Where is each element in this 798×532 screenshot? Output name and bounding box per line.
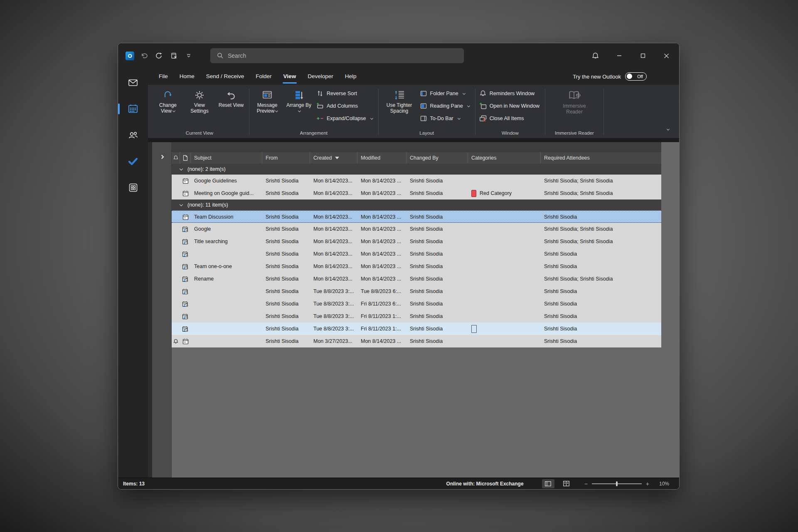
table-row[interactable]: Meeting on Google guid...Srishti Sisodia… bbox=[172, 187, 661, 200]
table-row[interactable]: Srishti SisodiaTue 8/8/2023 3:...Fri 8/1… bbox=[172, 298, 661, 310]
search-box[interactable] bbox=[210, 48, 464, 63]
item-type-cell bbox=[180, 310, 191, 323]
rail-item-mail[interactable] bbox=[125, 76, 141, 90]
notifications-button[interactable] bbox=[584, 43, 607, 68]
send-receive-button[interactable] bbox=[153, 50, 164, 61]
table-row[interactable]: RenameSrishti SisodiaMon 8/14/2023...Mon… bbox=[172, 273, 661, 285]
column-header-from[interactable]: From bbox=[262, 152, 310, 164]
new-outlook-toggle[interactable]: Off bbox=[625, 72, 647, 81]
group-header-row[interactable]: (none): 11 item(s) bbox=[172, 200, 661, 210]
reset-view-button[interactable]: Reset View bbox=[216, 87, 246, 109]
reading-view-button[interactable] bbox=[560, 479, 573, 488]
zoom-in-button[interactable]: + bbox=[646, 480, 649, 487]
column-header-reminder[interactable] bbox=[172, 152, 180, 164]
close-all-items-button[interactable]: Close All Items bbox=[478, 113, 543, 124]
collapse-ribbon-button[interactable] bbox=[663, 126, 672, 132]
column-header-categories[interactable]: Categories bbox=[468, 152, 541, 164]
table-row[interactable]: Srishti SisodiaMon 8/14/2023...Mon 8/14/… bbox=[172, 248, 661, 260]
close-icon bbox=[664, 53, 669, 59]
outlook-app-icon[interactable]: O bbox=[126, 52, 134, 60]
open-in-new-window-button[interactable]: Open in New Window bbox=[478, 101, 543, 111]
use-tighter-spacing-button[interactable]: Use Tighter Spacing bbox=[382, 87, 417, 115]
column-header-subject[interactable]: Subject bbox=[191, 152, 262, 164]
undo-button[interactable] bbox=[138, 50, 149, 61]
tab-folder[interactable]: Folder bbox=[250, 68, 277, 85]
table-row[interactable]: Team DiscussionSrishti SisodiaMon 8/14/2… bbox=[172, 210, 661, 223]
categories-cell bbox=[468, 211, 541, 223]
minimize-button[interactable] bbox=[607, 43, 631, 68]
modified-cell: Mon 8/14/2023 ... bbox=[357, 223, 406, 235]
tab-home[interactable]: Home bbox=[174, 68, 200, 85]
rail-item-calendar[interactable] bbox=[125, 102, 141, 116]
arrange-by-button[interactable]: Arrange By bbox=[284, 87, 314, 115]
calendar-icon bbox=[128, 103, 138, 114]
tab-help[interactable]: Help bbox=[339, 68, 362, 85]
ribbon-divider bbox=[603, 89, 604, 135]
change-view-button[interactable]: Change View bbox=[153, 87, 183, 115]
rail-item-more-apps[interactable] bbox=[125, 180, 141, 195]
mail-icon bbox=[128, 77, 138, 88]
rail-item-people[interactable] bbox=[125, 128, 141, 142]
expand-collapse-button[interactable]: Expand/Collapse bbox=[315, 113, 376, 124]
from-cell: Srishti Sisodia bbox=[262, 235, 310, 248]
column-header-required-attendees[interactable]: Required Attendees bbox=[541, 152, 661, 164]
table-row[interactable]: Srishti SisodiaTue 8/8/2023 3:...Tue 8/8… bbox=[172, 285, 661, 298]
immersive-reader-button[interactable]: Immersive Reader bbox=[557, 87, 592, 116]
rail-item-todo[interactable] bbox=[125, 154, 141, 168]
zoom-level[interactable]: 10% bbox=[655, 481, 669, 487]
reminders-window-button[interactable]: Reminders Window bbox=[478, 88, 543, 99]
delete-button[interactable] bbox=[168, 50, 179, 61]
folder-pane-button[interactable]: Folder Pane bbox=[418, 88, 473, 99]
column-header-modified[interactable]: Modified bbox=[357, 152, 406, 164]
changed-by-cell: Srishti Sisodia bbox=[406, 175, 468, 187]
search-input[interactable] bbox=[228, 52, 444, 59]
categories-cell bbox=[468, 310, 541, 323]
maximize-button[interactable] bbox=[631, 43, 655, 68]
column-header-item-type[interactable] bbox=[180, 152, 191, 164]
subject-cell bbox=[191, 298, 262, 310]
customize-toolbar-button[interactable] bbox=[183, 50, 194, 61]
tab-view[interactable]: View bbox=[278, 68, 302, 85]
todo-bar-button[interactable]: To-Do Bar bbox=[418, 113, 473, 124]
tab-send-receive[interactable]: Send / Receive bbox=[200, 68, 250, 85]
zoom-out-button[interactable]: − bbox=[584, 480, 588, 487]
reverse-sort-button[interactable]: Reverse Sort bbox=[315, 88, 376, 99]
subject-cell bbox=[191, 248, 262, 260]
chevron-down-icon bbox=[186, 53, 191, 58]
subject-cell: Google bbox=[191, 223, 262, 235]
table-row[interactable]: Google GuidelinesSrishti SisodiaMon 8/14… bbox=[172, 175, 661, 187]
normal-view-button[interactable] bbox=[542, 479, 554, 488]
add-columns-button[interactable]: Add Columns bbox=[315, 101, 376, 111]
tab-file[interactable]: File bbox=[153, 68, 174, 85]
toggle-knob bbox=[627, 74, 632, 79]
table-row[interactable]: GoogleSrishti SisodiaMon 8/14/2023...Mon… bbox=[172, 223, 661, 235]
chevron-down-icon bbox=[172, 109, 175, 112]
zoom-slider-thumb[interactable] bbox=[616, 481, 618, 486]
expand-folder-pane-button[interactable] bbox=[156, 151, 167, 162]
message-preview-button[interactable]: Message Preview bbox=[252, 87, 282, 115]
table-row[interactable]: Srishti SisodiaTue 8/8/2023 3:...Fri 8/1… bbox=[172, 310, 661, 323]
table-row[interactable]: Team one-o-oneSrishti SisodiaMon 8/14/20… bbox=[172, 260, 661, 273]
created-cell: Mon 8/14/2023... bbox=[310, 248, 357, 260]
column-header-created[interactable]: Created bbox=[310, 152, 357, 164]
reminder-bell-icon bbox=[173, 338, 179, 345]
changed-by-cell: Srishti Sisodia bbox=[406, 298, 468, 310]
modified-cell: Mon 8/14/2023 ... bbox=[357, 235, 406, 248]
tab-developer[interactable]: Developer bbox=[302, 68, 339, 85]
reminder-cell bbox=[172, 335, 180, 347]
view-settings-button[interactable]: View Settings bbox=[185, 87, 214, 115]
table-row[interactable]: Srishti SisodiaTue 8/8/2023 3:...Fri 8/1… bbox=[172, 323, 661, 335]
group-header-row[interactable]: (none): 2 item(s) bbox=[172, 164, 661, 175]
sort-descending-icon bbox=[335, 157, 339, 159]
table-row[interactable]: Srishti SisodiaMon 3/27/2023...Mon 8/14/… bbox=[172, 335, 661, 347]
zoom-slider[interactable] bbox=[592, 483, 642, 484]
changed-by-cell: Srishti Sisodia bbox=[406, 323, 468, 335]
bell-icon bbox=[479, 90, 487, 97]
group-label: (none): 11 item(s) bbox=[187, 202, 228, 208]
table-row[interactable]: Title searchingSrishti SisodiaMon 8/14/2… bbox=[172, 235, 661, 248]
changed-by-cell: Srishti Sisodia bbox=[406, 211, 468, 223]
categories-cell bbox=[468, 323, 541, 335]
reading-pane-button[interactable]: Reading Pane bbox=[418, 101, 473, 111]
close-button[interactable] bbox=[655, 43, 678, 68]
column-header-changed-by[interactable]: Changed By bbox=[406, 152, 468, 164]
